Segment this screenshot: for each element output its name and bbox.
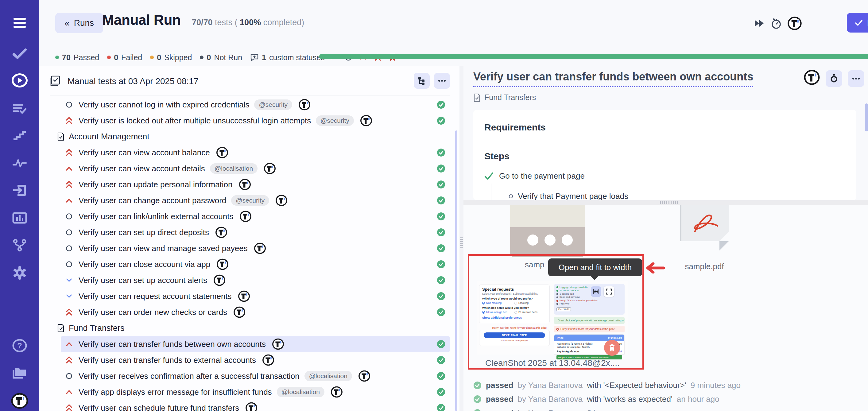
testomat-test-icon[interactable] [238,290,250,302]
fast-forward-icon[interactable] [752,16,767,31]
testomat-test-icon[interactable] [245,402,257,411]
test-row[interactable]: Verify user can view account details @lo… [61,161,450,177]
status-passed-icon[interactable] [437,404,445,411]
testomat-test-icon[interactable] [233,306,246,318]
test-row[interactable]: Verify user can request account statemen… [61,288,450,304]
section-row[interactable]: Fund Transfers [50,320,450,336]
testomat-test-icon[interactable] [804,70,820,86]
test-row[interactable]: Verify user is locked out after multiple… [61,113,450,129]
testomat-test-icon[interactable] [262,354,274,366]
test-tag[interactable]: @security [254,99,292,110]
help-icon[interactable]: ? [0,337,39,354]
stopwatch-icon[interactable] [769,16,784,31]
detail-more-button[interactable] [848,70,864,87]
test-tag[interactable]: @security [316,116,354,126]
status-passed-icon[interactable] [437,212,445,221]
breadcrumb[interactable]: Fund Transfers [473,93,536,102]
testomat-test-icon[interactable] [239,179,251,190]
play-circle-icon[interactable] [0,72,39,89]
step-item[interactable]: Go to the payment page [484,171,585,181]
status-passed-icon[interactable] [437,164,445,173]
test-row[interactable]: Verify user receives confirmation after … [61,368,450,384]
status-passed-icon[interactable] [437,356,445,365]
test-row[interactable]: Verify app displays error message for in… [61,384,450,400]
testomat-test-icon[interactable] [213,275,226,286]
testomat-test-icon[interactable] [254,243,266,254]
status-passed-icon[interactable] [437,388,445,396]
testomat-test-icon[interactable] [239,211,252,222]
list-check-icon[interactable] [0,100,39,117]
horizontal-splitter[interactable] [463,200,868,205]
attachment-image-thumbnail[interactable] [510,205,585,257]
timer-button[interactable] [826,70,842,87]
test-tag[interactable]: @security [231,195,269,205]
test-row[interactable]: Verify user can link/unlink external acc… [61,209,450,224]
panel-splitter[interactable] [460,66,463,411]
attachment-pdf-icon[interactable] [680,205,728,241]
testomat-test-icon[interactable] [358,370,370,382]
tree-view-button[interactable] [414,73,430,89]
testomat-test-icon[interactable] [216,147,228,158]
test-title[interactable]: Verify user can transfer funds between o… [473,70,753,87]
test-tag[interactable]: @localisation [305,371,352,381]
testomat-badge-icon[interactable] [787,16,802,31]
status-passed-icon[interactable] [437,292,445,301]
check-icon[interactable] [0,45,39,62]
test-row[interactable]: Verify user can transfer funds between o… [61,336,450,352]
test-row[interactable]: Verify user can close account via app [61,256,450,272]
test-row[interactable]: Verify user can order new checks or card… [61,304,450,320]
status-passed-icon[interactable] [437,100,445,109]
substep-item[interactable]: Verify that Payment page loads [509,192,628,200]
delete-attachment-icon[interactable] [604,340,620,356]
testomat-test-icon[interactable] [216,258,229,270]
status-passed-icon[interactable] [437,308,445,316]
substep-bullet-icon [509,194,513,198]
report-chart-icon[interactable] [0,209,39,226]
status-passed-icon[interactable] [437,148,445,157]
menu-icon[interactable] [0,14,39,31]
testomat-test-icon[interactable] [272,338,284,350]
testomat-test-icon[interactable] [215,226,227,238]
branch-icon[interactable] [0,236,39,254]
attachment-screenshot-thumbnail[interactable]: Special requests Select your preference(… [477,281,628,354]
test-tag[interactable]: @localisation [210,163,257,174]
activity-icon[interactable] [0,155,39,172]
status-passed-icon[interactable] [437,276,445,285]
status-passed-icon[interactable] [437,372,445,380]
status-passed-icon[interactable] [437,260,445,268]
finish-run-button[interactable]: Finish Run [847,13,868,33]
detail-scrollbar[interactable] [865,103,868,131]
fit-to-width-icon[interactable] [591,286,601,297]
testomat-test-icon[interactable] [275,195,288,206]
status-passed-icon[interactable] [437,180,445,189]
test-row[interactable]: Verify user can update personal informat… [61,177,450,192]
testomat-test-icon[interactable] [331,386,343,398]
status-passed-icon[interactable] [437,116,445,125]
testomat-test-icon[interactable] [298,99,311,110]
sign-in-icon[interactable] [0,182,39,199]
list-more-button[interactable] [434,73,450,89]
testomat-test-icon[interactable] [264,163,276,175]
testomat-test-icon[interactable] [360,115,372,126]
test-tag[interactable]: @localisation [277,387,324,397]
fullscreen-icon[interactable] [604,286,614,297]
folders-icon[interactable] [0,365,39,382]
section-row[interactable]: Account Management [50,129,450,145]
status-passed-icon[interactable] [437,340,445,348]
test-row[interactable]: Verify user can view and manage saved pa… [61,240,450,256]
test-row[interactable]: Verify user can set up direct deposits [61,224,450,240]
status-passed-icon[interactable] [437,244,445,253]
test-row[interactable]: Verify user cannot log in with expired c… [61,97,450,113]
test-row[interactable]: Verify user can change account password … [61,192,450,209]
status-passed-icon[interactable] [437,228,445,236]
test-row[interactable]: Verify user can schedule future fund tra… [61,400,450,411]
testomat-logo-icon[interactable] [0,392,39,409]
gear-icon[interactable] [0,264,39,282]
test-row[interactable]: Verify user can set up account alerts [61,272,450,288]
list-scrollbar[interactable] [455,130,457,411]
status-passed-icon[interactable] [437,196,445,205]
test-row[interactable]: Verify user can transfer funds to extern… [61,352,450,368]
test-row[interactable]: Verify user can view account balance [61,145,450,161]
back-to-runs-button[interactable]: « Runs [55,13,103,33]
steps-icon[interactable] [0,126,39,144]
